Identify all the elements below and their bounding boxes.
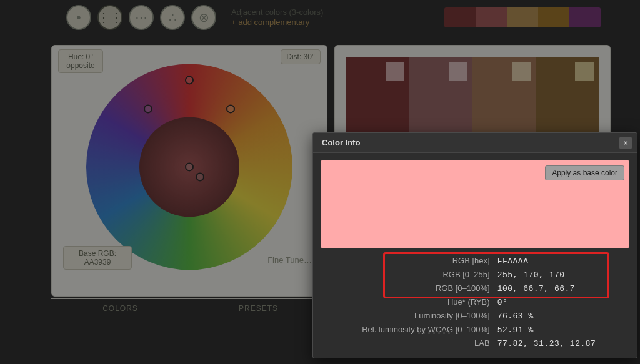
popup-header: Color Info × xyxy=(313,133,637,153)
info-key: LAB xyxy=(321,337,494,350)
info-row: RGB [0–255]255, 170, 170 xyxy=(321,268,629,282)
scheme-top-bar: • ⋮⋮ ⋯ ∴ ⊗ Adjacent colors (3-colors) + … xyxy=(51,0,611,35)
base-rgb-value: AA3939 xyxy=(68,258,128,267)
info-value: 100, 66.7, 66.7 xyxy=(494,282,629,295)
color-info-table: RGB [hex]FFAAAARGB [0–255]255, 170, 170R… xyxy=(321,254,629,350)
hue-value: Hue: 0° xyxy=(64,52,98,61)
info-key: RGB [hex] xyxy=(321,254,494,268)
palette-strip[interactable] xyxy=(444,7,601,27)
color-wheel[interactable] xyxy=(86,64,292,270)
info-key: Rel. luminosity by WCAG [0–100%] xyxy=(321,323,494,337)
info-value: 255, 170, 170 xyxy=(494,268,629,282)
tab-presets[interactable]: PRESETS xyxy=(189,298,328,317)
info-value: 0° xyxy=(494,295,629,309)
scheme-option-1[interactable]: • xyxy=(66,5,91,30)
palette-swatch[interactable] xyxy=(476,7,507,27)
info-value: FFAAAA xyxy=(494,254,629,268)
info-row: Rel. luminosity by WCAG [0–100%]52.91 % xyxy=(321,323,629,337)
fine-tune-link[interactable]: Fine Tune… xyxy=(268,255,312,265)
info-key: Hue* (RYB) xyxy=(321,295,494,309)
tab-colors[interactable]: COLORS xyxy=(51,298,189,317)
info-row: RGB [hex]FFAAAA xyxy=(321,254,629,268)
info-row: RGB [0–100%]100, 66.7, 66.7 xyxy=(321,282,629,295)
palette-swatch[interactable] xyxy=(507,7,538,27)
wheel-point-left[interactable] xyxy=(144,104,152,113)
popup-title: Color Info xyxy=(322,138,360,147)
apply-base-color-button[interactable]: Apply as base color xyxy=(545,165,624,180)
wheel-point-right[interactable] xyxy=(226,104,235,113)
left-tabs: COLORS PRESETS xyxy=(51,298,328,317)
scheme-option-5[interactable]: ⊗ xyxy=(191,5,216,30)
scheme-option-2[interactable]: ⋮⋮ xyxy=(98,5,122,30)
info-key: Luminosity [0–100%] xyxy=(321,309,494,323)
dist-pill[interactable]: Dist: 30° xyxy=(281,49,321,64)
wheel-point-center[interactable] xyxy=(185,162,194,171)
info-row: Hue* (RYB)0° xyxy=(321,295,629,309)
base-rgb-pill[interactable]: Base RGB: AA3939 xyxy=(63,246,132,270)
info-value: 52.91 % xyxy=(494,323,629,337)
palette-swatch[interactable] xyxy=(569,7,601,27)
wheel-point-inner[interactable] xyxy=(196,172,204,181)
info-row: Luminosity [0–100%]76.63 % xyxy=(321,309,629,323)
info-key: RGB [0–255] xyxy=(321,268,494,282)
info-value: 77.82, 31.23, 12.87 xyxy=(494,337,629,350)
info-key: RGB [0–100%] xyxy=(321,282,494,295)
palette-swatch[interactable] xyxy=(538,7,569,27)
scheme-subtitle[interactable]: + add complementary xyxy=(231,17,323,27)
info-value: 76.63 % xyxy=(494,309,629,323)
palette-swatch[interactable] xyxy=(444,7,476,27)
wheel-panel: Hue: 0° opposite Dist: 30° Base RGB: AA3… xyxy=(51,45,328,297)
scheme-option-4[interactable]: ∴ xyxy=(160,5,185,30)
scheme-option-3[interactable]: ⋯ xyxy=(129,5,154,30)
close-icon[interactable]: × xyxy=(619,137,632,149)
color-info-popup: Color Info × Apply as base color RGB [he… xyxy=(312,132,638,358)
info-row: LAB77.82, 31.23, 12.87 xyxy=(321,337,629,350)
base-rgb-label: Base RGB: xyxy=(68,249,128,258)
wheel-point-top[interactable] xyxy=(185,76,194,84)
dist-value: Dist: 30° xyxy=(286,52,314,61)
scheme-title: Adjacent colors (3-colors) xyxy=(231,7,323,17)
color-swatch: Apply as base color xyxy=(321,160,629,248)
